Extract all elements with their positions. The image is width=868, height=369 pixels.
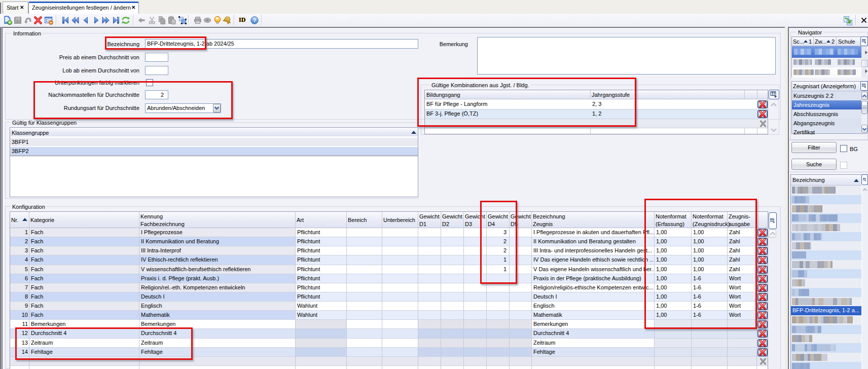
svg-text:?: ? <box>253 17 257 23</box>
